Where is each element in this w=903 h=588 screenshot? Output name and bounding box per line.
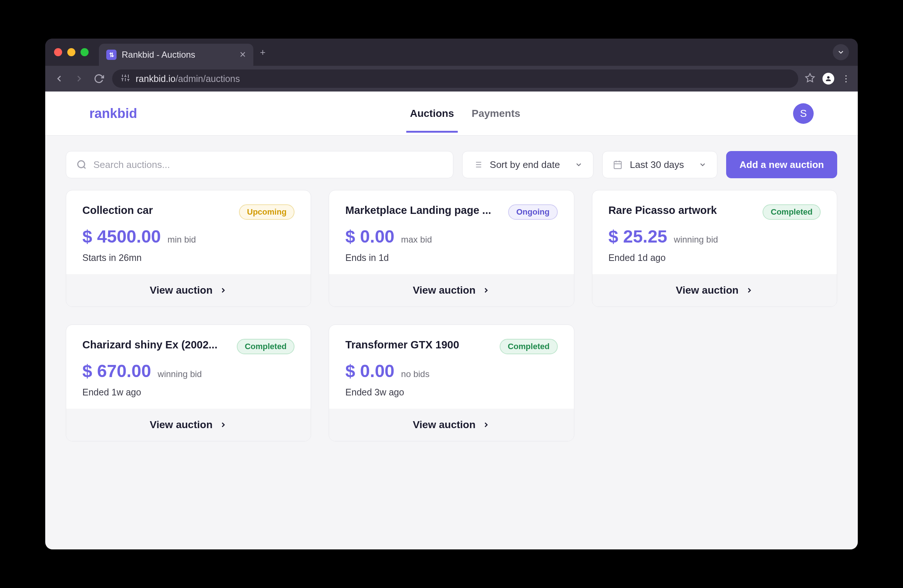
auction-title: Transformer GTX 1900 (345, 339, 459, 351)
tab-close-button[interactable]: ✕ (239, 50, 246, 60)
svg-marker-9 (805, 74, 814, 82)
chevron-right-icon (745, 286, 754, 294)
chevron-right-icon (219, 286, 227, 294)
url-text: rankbid.io/admin/auctions (136, 74, 240, 84)
auction-price: $ 4500.00 (82, 226, 161, 247)
svg-line-11 (83, 167, 85, 168)
search-input[interactable] (93, 159, 443, 171)
add-auction-button[interactable]: Add a new auction (726, 151, 837, 178)
view-auction-label: View auction (413, 285, 476, 296)
address-bar: rankbid.io/admin/auctions ⋮ (45, 66, 858, 91)
site-settings-icon[interactable] (121, 74, 130, 84)
profile-button[interactable] (823, 73, 834, 85)
app-content: rankbid Auctions Payments S Sort by end … (45, 91, 858, 549)
chevron-down-icon (575, 160, 583, 169)
auction-price: $ 0.00 (345, 361, 394, 381)
window-close-button[interactable] (54, 48, 62, 56)
list-icon (473, 160, 482, 170)
reload-button[interactable] (92, 74, 105, 84)
view-auction-button[interactable]: View auction (592, 274, 837, 307)
forward-button[interactable] (72, 74, 86, 84)
sort-label: Sort by end date (490, 159, 560, 171)
view-auction-button[interactable]: View auction (329, 409, 574, 441)
auction-title: Marketplace Landing page ... (345, 204, 491, 217)
browser-window: ⇅ Rankbid - Auctions ✕ + rankbid.io/admi… (45, 39, 858, 549)
auction-price: $ 670.00 (82, 361, 151, 381)
tabs-menu-button[interactable] (833, 44, 849, 60)
controls-row: Sort by end date Last 30 days Add a new … (45, 135, 858, 190)
auction-card: Rare Picasso artwork Completed $ 25.25 w… (592, 190, 837, 307)
search-icon (77, 159, 87, 170)
logo[interactable]: rankbid (89, 106, 137, 121)
chevron-right-icon (482, 421, 490, 429)
auction-meta: Ended 1d ago (609, 253, 821, 263)
calendar-icon (613, 160, 623, 170)
chevron-right-icon (482, 286, 490, 294)
svg-point-10 (78, 161, 85, 168)
tab-title: Rankbid - Auctions (122, 50, 234, 60)
back-button[interactable] (53, 74, 66, 84)
auction-title: Collection car (82, 204, 153, 217)
status-badge: Completed (763, 204, 821, 220)
window-minimize-button[interactable] (67, 48, 76, 56)
auction-meta: Ended 1w ago (82, 387, 294, 398)
auction-meta: Ends in 1d (345, 253, 557, 263)
search-box[interactable] (66, 151, 453, 178)
nav-tabs: Auctions Payments (410, 108, 520, 119)
status-badge: Completed (237, 339, 295, 354)
price-label: winning bid (158, 369, 202, 379)
nav-tab-payments[interactable]: Payments (472, 108, 520, 133)
nav-tab-auctions[interactable]: Auctions (410, 108, 454, 133)
chevron-down-icon (698, 160, 707, 169)
auction-title: Rare Picasso artwork (609, 204, 717, 217)
date-dropdown[interactable]: Last 30 days (602, 151, 717, 178)
status-badge: Completed (500, 339, 558, 354)
status-badge: Upcoming (239, 204, 295, 220)
app-header: rankbid Auctions Payments S (45, 91, 858, 135)
view-auction-label: View auction (676, 285, 739, 296)
auction-meta: Starts in 26mn (82, 253, 294, 263)
date-label: Last 30 days (630, 159, 684, 171)
sort-dropdown[interactable]: Sort by end date (462, 151, 593, 178)
view-auction-label: View auction (149, 285, 212, 296)
browser-tab[interactable]: ⇅ Rankbid - Auctions ✕ (99, 44, 253, 66)
price-label: winning bid (674, 234, 718, 245)
url-path: /admin/auctions (175, 74, 240, 84)
auction-price: $ 25.25 (609, 226, 667, 247)
auction-price: $ 0.00 (345, 226, 394, 247)
auction-meta: Ended 3w ago (345, 387, 557, 398)
window-maximize-button[interactable] (80, 48, 89, 56)
view-auction-label: View auction (413, 419, 476, 431)
window-controls (54, 48, 89, 56)
bookmark-button[interactable] (805, 73, 815, 85)
browser-tab-bar: ⇅ Rankbid - Auctions ✕ + (45, 39, 858, 66)
view-auction-button[interactable]: View auction (329, 274, 574, 307)
auction-title: Charizard shiny Ex (2002... (82, 339, 217, 351)
auction-card: Collection car Upcoming $ 4500.00 min bi… (66, 190, 311, 307)
auction-card: Marketplace Landing page ... Ongoing $ 0… (329, 190, 574, 307)
view-auction-label: View auction (149, 419, 212, 431)
url-bar[interactable]: rankbid.io/admin/auctions (112, 69, 798, 88)
new-tab-button[interactable]: + (260, 47, 266, 58)
svg-rect-18 (614, 161, 621, 169)
price-label: min bid (168, 234, 196, 245)
chevron-right-icon (219, 421, 227, 429)
price-label: no bids (401, 369, 429, 379)
auctions-grid: Collection car Upcoming $ 4500.00 min bi… (45, 190, 858, 462)
view-auction-button[interactable]: View auction (66, 409, 311, 441)
price-label: max bid (401, 234, 432, 245)
view-auction-button[interactable]: View auction (66, 274, 311, 307)
avatar[interactable]: S (793, 103, 814, 124)
browser-menu-button[interactable]: ⋮ (842, 74, 850, 84)
auction-card: Transformer GTX 1900 Completed $ 0.00 no… (329, 324, 574, 441)
favicon-icon: ⇅ (106, 50, 116, 60)
url-host: rankbid.io (136, 74, 175, 84)
auction-card: Charizard shiny Ex (2002... Completed $ … (66, 324, 311, 441)
status-badge: Ongoing (508, 204, 557, 220)
